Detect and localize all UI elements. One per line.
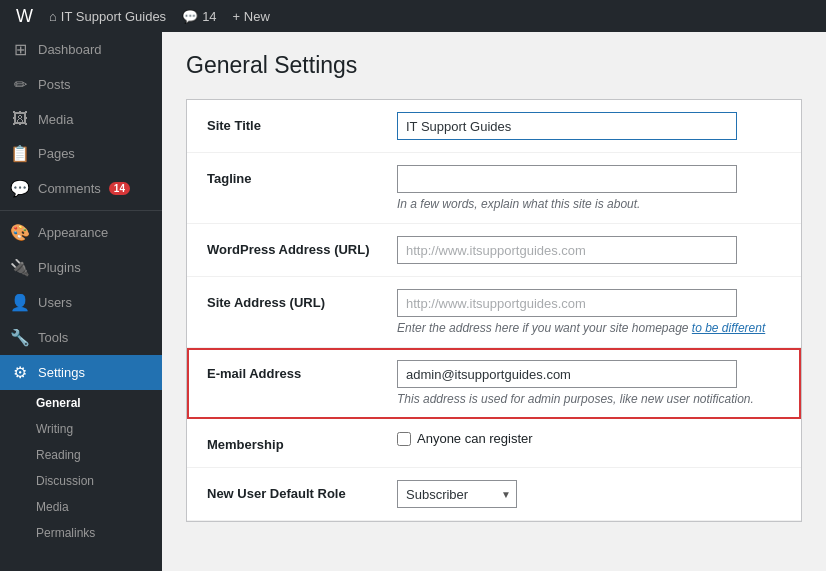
sidebar-item-dashboard[interactable]: ⊞ Dashboard [0, 32, 162, 67]
site-title-label: Site Title [187, 100, 387, 153]
dashboard-icon: ⊞ [10, 40, 30, 59]
role-select[interactable]: Subscriber Contributor Author Editor Adm… [397, 480, 517, 508]
comments-icon: 💬 [10, 179, 30, 198]
new-user-role-label: New User Default Role [187, 468, 387, 521]
settings-form: Site Title Tagline In a few wo [186, 99, 802, 522]
site-name-label: IT Support Guides [61, 9, 166, 24]
sidebar-item-media[interactable]: 🖼 Media [0, 102, 162, 136]
wp-address-cell [387, 224, 801, 277]
role-select-wrapper: Subscriber Contributor Author Editor Adm… [397, 480, 517, 508]
email-input[interactable] [397, 360, 737, 388]
site-address-row: Site Address (URL) Enter the address her… [187, 277, 801, 348]
appearance-icon: 🎨 [10, 223, 30, 242]
users-icon: 👤 [10, 293, 30, 312]
comments-bar-item[interactable]: 💬 14 [174, 0, 224, 32]
site-title-row: Site Title [187, 100, 801, 153]
comment-icon: 💬 [182, 9, 198, 24]
sidebar-item-users[interactable]: 👤 Users [0, 285, 162, 320]
site-address-link[interactable]: to be different [692, 321, 765, 335]
settings-table: Site Title Tagline In a few wo [187, 100, 801, 521]
admin-menu: ⊞ Dashboard ✏ Posts 🖼 Media 📋 Pages 💬 Co… [0, 32, 162, 571]
sidebar-item-label: Appearance [38, 225, 108, 240]
tagline-row: Tagline In a few words, explain what thi… [187, 153, 801, 224]
email-row: E-mail Address This address is used for … [187, 348, 801, 419]
site-title-input[interactable] [397, 112, 737, 140]
sidebar-item-label: Plugins [38, 260, 81, 275]
main-content: General Settings Site Title [162, 32, 826, 571]
site-address-description: Enter the address here if you want your … [397, 321, 781, 335]
separator [0, 210, 162, 211]
submenu-item-permalinks[interactable]: Permalinks [0, 520, 162, 546]
sidebar-item-posts[interactable]: ✏ Posts [0, 67, 162, 102]
submenu-item-reading[interactable]: Reading [0, 442, 162, 468]
sidebar-item-label: Tools [38, 330, 68, 345]
site-title-cell [387, 100, 801, 153]
tagline-description: In a few words, explain what this site i… [397, 197, 781, 211]
membership-cell: Anyone can register [387, 419, 801, 468]
submenu-item-writing[interactable]: Writing [0, 416, 162, 442]
media-icon: 🖼 [10, 110, 30, 128]
posts-icon: ✏ [10, 75, 30, 94]
comments-count: 14 [202, 9, 216, 24]
wp-address-input[interactable] [397, 236, 737, 264]
submenu-item-general[interactable]: General [0, 390, 162, 416]
membership-row: Membership Anyone can register [187, 419, 801, 468]
site-address-label: Site Address (URL) [187, 277, 387, 348]
pages-icon: 📋 [10, 144, 30, 163]
sidebar-item-tools[interactable]: 🔧 Tools [0, 320, 162, 355]
sidebar-item-plugins[interactable]: 🔌 Plugins [0, 250, 162, 285]
sidebar-item-pages[interactable]: 📋 Pages [0, 136, 162, 171]
membership-checkbox-label: Anyone can register [397, 431, 781, 446]
email-description: This address is used for admin purposes,… [397, 392, 781, 406]
sidebar-item-settings[interactable]: ⚙ Settings [0, 355, 162, 390]
site-address-input[interactable] [397, 289, 737, 317]
submenu-item-media[interactable]: Media [0, 494, 162, 520]
new-content-bar-item[interactable]: + New [225, 0, 278, 32]
sidebar-item-label: Pages [38, 146, 75, 161]
site-name-bar[interactable]: ⌂ IT Support Guides [41, 0, 174, 32]
membership-label: Membership [187, 419, 387, 468]
wp-layout: ⊞ Dashboard ✏ Posts 🖼 Media 📋 Pages 💬 Co… [0, 32, 826, 571]
sidebar-item-label: Posts [38, 77, 71, 92]
site-address-cell: Enter the address here if you want your … [387, 277, 801, 348]
sidebar-item-appearance[interactable]: 🎨 Appearance [0, 215, 162, 250]
new-user-role-cell: Subscriber Contributor Author Editor Adm… [387, 468, 801, 521]
wp-logo[interactable]: W [8, 0, 41, 32]
sidebar-item-label: Dashboard [38, 42, 102, 57]
new-label: + New [233, 9, 270, 24]
admin-bar: W ⌂ IT Support Guides 💬 14 + New [0, 0, 826, 32]
sidebar-item-label: Media [38, 112, 73, 127]
settings-icon: ⚙ [10, 363, 30, 382]
wp-address-label: WordPress Address (URL) [187, 224, 387, 277]
tagline-cell: In a few words, explain what this site i… [387, 153, 801, 224]
home-icon: ⌂ [49, 9, 57, 24]
tagline-label: Tagline [187, 153, 387, 224]
membership-checkbox-text: Anyone can register [417, 431, 533, 446]
page-title: General Settings [186, 52, 802, 79]
sidebar-item-comments[interactable]: 💬 Comments 14 [0, 171, 162, 206]
tagline-input[interactable] [397, 165, 737, 193]
plugins-icon: 🔌 [10, 258, 30, 277]
email-label: E-mail Address [187, 348, 387, 419]
comments-badge: 14 [109, 182, 130, 195]
new-user-role-row: New User Default Role Subscriber Contrib… [187, 468, 801, 521]
sidebar-item-label: Settings [38, 365, 85, 380]
tools-icon: 🔧 [10, 328, 30, 347]
sidebar-item-label: Comments [38, 181, 101, 196]
wp-address-row: WordPress Address (URL) [187, 224, 801, 277]
email-cell: This address is used for admin purposes,… [387, 348, 801, 419]
sidebar-item-label: Users [38, 295, 72, 310]
membership-checkbox[interactable] [397, 432, 411, 446]
submenu-item-discussion[interactable]: Discussion [0, 468, 162, 494]
